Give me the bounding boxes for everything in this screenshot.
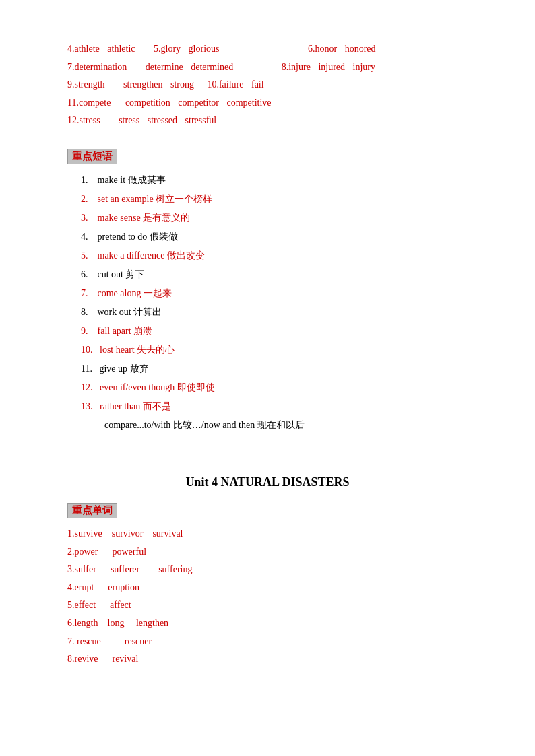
vocab-line-3: 3.suffer sufferer suffering <box>67 561 468 579</box>
phrase-item-6: 6. cut out 剪下 <box>67 265 468 284</box>
word-9strength: 9.strength <box>67 79 105 90</box>
phrase-num-13: 13. <box>81 401 93 411</box>
word-determine: determine <box>146 62 183 72</box>
phrase-num-9: 9. <box>81 326 88 336</box>
word-line-5: 12.stress stress stressed stressful <box>67 112 468 130</box>
phrase-item-10: 10. lost heart 失去的心 <box>67 341 468 359</box>
word-strengthen: strengthen <box>123 79 162 90</box>
word-honored: honored <box>345 44 376 54</box>
phrase-num-1: 1. <box>81 175 88 185</box>
phrase-item-4: 4. pretend to do 假装做 <box>67 228 468 246</box>
phrase-text-5: make a difference 做出改变 <box>98 250 206 261</box>
phrase-item-9: 9. fall apart 崩溃 <box>67 322 468 341</box>
phrase-list: 1. make it 做成某事 2. set an example 树立一个榜样… <box>67 171 468 435</box>
word-athletic: athletic <box>107 44 135 54</box>
phrase-text-2: set an example 树立一个榜样 <box>98 194 213 204</box>
phrase-text-9: fall apart 崩溃 <box>98 326 153 336</box>
phrase-item-13: 13. rather than 而不是 <box>67 397 468 416</box>
phrase-text-4: pretend to do 假装做 <box>98 232 178 242</box>
phrase-item-5: 5. make a difference 做出改变 <box>67 246 468 265</box>
vocab-line-5: 5.effect affect <box>67 596 468 615</box>
phrase-num-8: 8. <box>81 307 88 317</box>
unit-title: Unit 4 NATURAL DISASTERS <box>67 475 468 489</box>
phrase-num-10: 10. <box>81 345 93 355</box>
word-11compete: 11.compete <box>67 98 111 108</box>
phrase-item-8: 8. work out 计算出 <box>67 303 468 322</box>
phrase-text-7: come along 一起来 <box>98 288 172 298</box>
phrase-text-12: even if/even though 即使即使 <box>100 382 215 392</box>
word-line-3: 9.strength strengthen strong 10.failure … <box>67 76 468 94</box>
vocab-line-6: 6.length long lengthen <box>67 615 468 633</box>
phrase-text-14: compare...to/with 比较…/now and then 现在和以后 <box>104 420 305 430</box>
vocab-line-2: 2.power powerful <box>67 543 468 561</box>
phrase-num-12: 12. <box>81 382 93 392</box>
word-competition: competition <box>125 98 170 108</box>
word-12stress: 12.stress <box>67 115 100 125</box>
word-stress: stress <box>119 115 139 125</box>
word-lines-section: 4.athlete athletic 5.glory glorious 6.ho… <box>67 40 468 130</box>
phrase-item-2: 2. set an example 树立一个榜样 <box>67 190 468 209</box>
word-stressful: stressful <box>185 115 217 125</box>
phrase-text-6: cut out 剪下 <box>98 269 145 279</box>
vocab-line-1: 1.survive survivor survival <box>67 525 468 543</box>
word-line-2: 7.determination determine determined 8.i… <box>67 59 468 77</box>
phrase-text-1: make it 做成某事 <box>98 175 166 185</box>
phrase-item-7: 7. come along 一起来 <box>67 284 468 303</box>
word-competitive: competitive <box>226 98 271 108</box>
word-6honor: 6.honor <box>308 44 337 54</box>
phrase-text-8: work out 计算出 <box>98 307 162 317</box>
word-injury: injury <box>353 62 375 72</box>
phrase-num-4: 4. <box>81 232 88 242</box>
section-vocab-title: 重点单词 <box>67 503 117 518</box>
word-line-4: 11.compete competition competitor compet… <box>67 94 468 112</box>
phrase-item-14: compare...to/with 比较…/now and then 现在和以后 <box>67 416 468 435</box>
phrase-item-11: 11. give up 放弃 <box>67 359 468 378</box>
section-phrases-title: 重点短语 <box>67 149 117 164</box>
word-8injure: 8.injure <box>282 62 311 72</box>
word-determined: determined <box>191 62 233 72</box>
word-competitor: competitor <box>178 98 219 108</box>
word-line-1: 4.athlete athletic 5.glory glorious 6.ho… <box>67 40 468 59</box>
word-strong: strong <box>170 79 194 90</box>
phrases-section: 重点短语 1. make it 做成某事 2. set an example 树… <box>67 137 468 435</box>
word-stressed: stressed <box>148 115 177 125</box>
phrase-num-7: 7. <box>81 288 88 298</box>
word-glorious: glorious <box>189 44 220 54</box>
phrase-num-3: 3. <box>81 213 88 223</box>
phrase-text-3: make sense 是有意义的 <box>98 213 191 223</box>
word-7determination: 7.determination <box>67 62 127 72</box>
phrase-item-12: 12. even if/even though 即使即使 <box>67 378 468 397</box>
word-injured: injured <box>318 62 345 72</box>
vocab-line-8: 8.revive revival <box>67 650 468 668</box>
phrase-text-11: give up 放弃 <box>99 364 148 374</box>
word-5glory: 5.glory <box>154 44 181 54</box>
phrase-text-13: rather than 而不是 <box>100 401 171 411</box>
phrase-item-1: 1. make it 做成某事 <box>67 171 468 190</box>
phrase-num-2: 2. <box>81 194 88 204</box>
phrase-num-5: 5. <box>81 250 88 261</box>
phrase-item-3: 3. make sense 是有意义的 <box>67 209 468 228</box>
phrase-num-11: 11. <box>81 364 92 374</box>
word-10failure: 10.failure <box>207 79 243 90</box>
vocab-section: 重点单词 1.survive survivor survival 2.power… <box>67 500 468 668</box>
vocab-line-7: 7. rescue rescuer <box>67 633 468 651</box>
phrase-num-6: 6. <box>81 269 88 279</box>
word-fail: fail <box>251 79 264 90</box>
word-athlete: 4.athlete <box>67 44 100 54</box>
vocab-line-4: 4.erupt eruption <box>67 579 468 597</box>
phrase-text-10: lost heart 失去的心 <box>100 345 175 355</box>
